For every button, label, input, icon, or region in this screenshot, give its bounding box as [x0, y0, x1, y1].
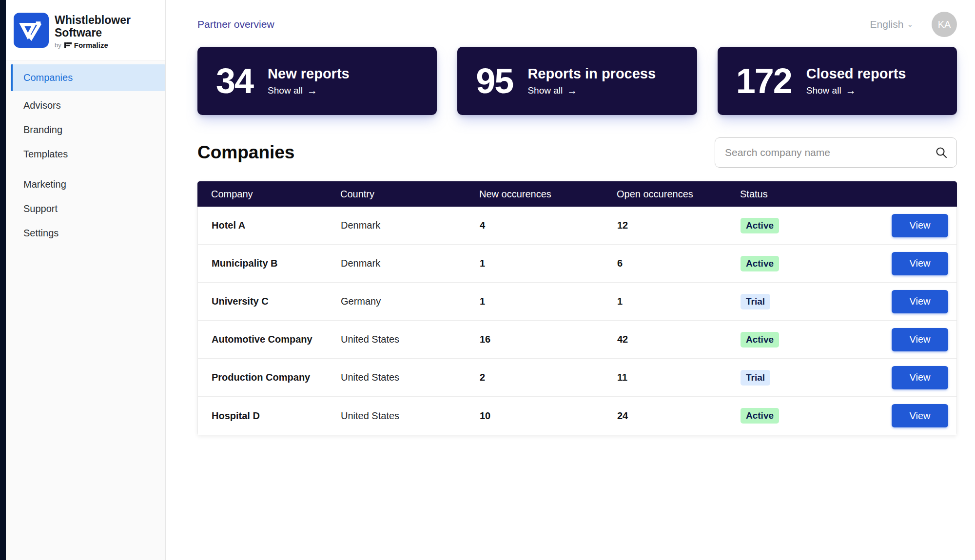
- sidebar-item-label: Branding: [23, 124, 62, 135]
- search-box: [715, 137, 957, 168]
- sidebar-item-settings[interactable]: Settings: [6, 221, 165, 245]
- search-input[interactable]: [725, 147, 935, 158]
- new-occurences-value: 10: [480, 410, 617, 422]
- table-row: Hospital D United States 10 24 Active Vi…: [198, 397, 956, 435]
- show-all-link[interactable]: Show all →: [268, 85, 350, 97]
- stats-row: 34 New reports Show all → 95 Reports in …: [197, 47, 957, 115]
- stat-card-new-reports: 34 New reports Show all →: [197, 47, 437, 115]
- language-label: English: [870, 19, 904, 30]
- logo-title-line2: Software: [55, 26, 131, 39]
- sidebar-item-label: Settings: [23, 228, 58, 239]
- left-edge-strip: [0, 0, 6, 560]
- stat-value: 95: [476, 61, 513, 101]
- view-button[interactable]: View: [892, 290, 948, 313]
- open-occurences-value: 42: [617, 334, 741, 345]
- topbar: Partner overview English ⌄ KA: [197, 0, 957, 42]
- arrow-right-icon: →: [567, 85, 577, 97]
- status-badge: Active: [741, 256, 779, 271]
- table-row: Hotel A Denmark 4 12 Active View: [198, 207, 956, 245]
- sidebar-item-support[interactable]: Support: [6, 196, 165, 221]
- logo-text: Whistleblower Software by Formalize: [55, 13, 131, 60]
- view-button[interactable]: View: [892, 252, 948, 275]
- companies-header: Companies: [197, 137, 957, 168]
- status-badge: Trial: [741, 370, 770, 386]
- new-occurences-value: 16: [480, 334, 617, 345]
- company-country: United States: [341, 334, 480, 345]
- partner-dashboard: Whistleblower Software by Formalize: [0, 0, 975, 560]
- stat-value: 34: [216, 61, 253, 101]
- sidebar-item-label: Support: [23, 203, 58, 214]
- table-row: Automotive Company United States 16 42 A…: [198, 321, 956, 359]
- sidebar-item-templates[interactable]: Templates: [6, 142, 165, 166]
- status-badge: Trial: [741, 294, 770, 309]
- company-country: Denmark: [341, 220, 480, 231]
- whistleblower-logo-icon: [14, 13, 49, 48]
- logo: Whistleblower Software by Formalize: [6, 0, 165, 60]
- table-row: University C Germany 1 1 Trial View: [198, 283, 956, 321]
- avatar-initials: KA: [938, 19, 951, 30]
- company-name: University C: [212, 296, 341, 307]
- column-header-status: Status: [740, 189, 862, 200]
- new-occurences-value: 2: [480, 372, 617, 383]
- sidebar-item-label: Templates: [23, 149, 68, 160]
- company-name: Automotive Company: [212, 334, 341, 345]
- view-button[interactable]: View: [892, 404, 948, 427]
- open-occurences-value: 6: [617, 258, 741, 269]
- stat-card-closed-reports: 172 Closed reports Show all →: [718, 47, 957, 115]
- chevron-down-icon: ⌄: [907, 20, 913, 29]
- avatar[interactable]: KA: [932, 12, 957, 37]
- show-all-link[interactable]: Show all →: [527, 85, 656, 97]
- stat-value: 172: [736, 61, 792, 101]
- company-name: Production Company: [212, 372, 341, 383]
- show-all-link[interactable]: Show all →: [806, 85, 906, 97]
- stat-card-reports-in-process: 95 Reports in process Show all →: [457, 47, 697, 115]
- column-header-open-occurences: Open occurences: [617, 189, 740, 200]
- company-country: Denmark: [341, 258, 480, 269]
- new-occurences-value: 1: [480, 296, 617, 307]
- language-selector[interactable]: English ⌄: [870, 19, 913, 30]
- sidebar-nav: Companies Advisors Branding Templates Ma…: [6, 60, 165, 245]
- open-occurences-value: 1: [617, 296, 741, 307]
- company-country: Germany: [341, 296, 480, 307]
- main-content: Partner overview English ⌄ KA 34 New rep…: [166, 0, 975, 560]
- sidebar-item-branding[interactable]: Branding: [6, 117, 165, 142]
- column-header-company: Company: [211, 189, 340, 200]
- sidebar-item-companies[interactable]: Companies: [11, 64, 165, 91]
- arrow-right-icon: →: [307, 85, 317, 97]
- formalize-brand-label: Formalize: [74, 41, 108, 49]
- breadcrumb[interactable]: Partner overview: [197, 19, 274, 30]
- formalize-icon: [64, 42, 72, 49]
- stat-label: Reports in process: [527, 66, 656, 81]
- open-occurences-value: 24: [617, 410, 741, 422]
- stat-label: Closed reports: [806, 66, 906, 81]
- table-header-row: Company Country New occurences Open occu…: [197, 181, 957, 207]
- show-all-label: Show all: [527, 85, 563, 96]
- logo-title-line1: Whistleblower: [55, 14, 131, 26]
- new-occurences-value: 4: [480, 220, 617, 231]
- view-button[interactable]: View: [892, 366, 948, 389]
- logo-by-label: by: [55, 41, 61, 49]
- sidebar-item-advisors[interactable]: Advisors: [6, 93, 165, 117]
- status-badge: Active: [741, 218, 779, 233]
- company-country: United States: [341, 410, 480, 422]
- view-button[interactable]: View: [892, 328, 948, 351]
- company-name: Hotel A: [212, 220, 341, 231]
- company-name: Hospital D: [212, 410, 341, 422]
- company-country: United States: [341, 372, 480, 383]
- view-button[interactable]: View: [892, 214, 948, 237]
- sidebar: Whistleblower Software by Formalize: [6, 0, 166, 560]
- status-badge: Active: [741, 332, 779, 348]
- sidebar-item-label: Advisors: [23, 100, 61, 111]
- sidebar-item-marketing[interactable]: Marketing: [6, 172, 165, 196]
- search-icon[interactable]: [935, 146, 948, 159]
- page-title: Companies: [197, 142, 294, 163]
- sidebar-item-label: Companies: [23, 72, 73, 83]
- column-header-country: Country: [340, 189, 479, 200]
- status-badge: Active: [741, 408, 779, 424]
- stat-label: New reports: [268, 66, 350, 81]
- companies-table: Company Country New occurences Open occu…: [197, 181, 957, 435]
- open-occurences-value: 11: [617, 372, 741, 383]
- show-all-label: Show all: [806, 85, 841, 96]
- company-name: Municipality B: [212, 258, 341, 269]
- open-occurences-value: 12: [617, 220, 741, 231]
